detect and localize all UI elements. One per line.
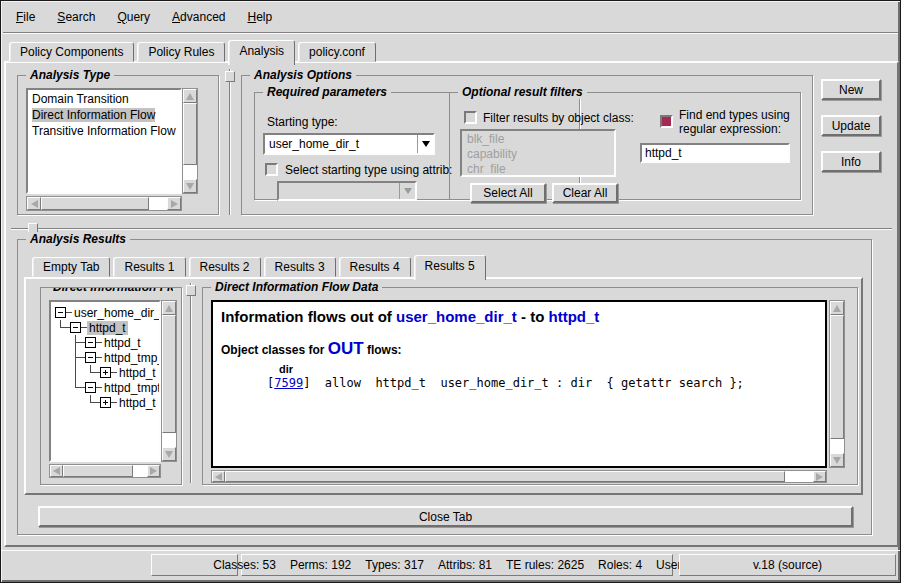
tab-policy-components[interactable]: Policy Components — [9, 42, 134, 62]
result-line-rule: [7599] allow httpd_t user_home_dir_t : d… — [267, 376, 819, 390]
flow-tree[interactable]: user_home_dir_thttpd_thttpd_thttpd_tmp_t… — [49, 300, 161, 462]
tree-row-user-home-dir-t-0[interactable]: user_home_dir_t — [55, 305, 159, 320]
tab-policy-rules[interactable]: Policy Rules — [137, 42, 225, 62]
results-tab-empty-tab[interactable]: Empty Tab — [32, 257, 110, 277]
tree-hscrollbar[interactable] — [49, 464, 161, 478]
scroll-right-icon[interactable] — [147, 465, 160, 477]
tree-guide — [70, 380, 85, 395]
tree-node-label[interactable]: httpd_t — [87, 321, 128, 335]
tree-node-label[interactable]: httpd_tmp_t — [102, 351, 161, 365]
scroll-up-icon[interactable] — [183, 89, 197, 103]
scroll-up-icon[interactable] — [162, 301, 176, 315]
tree-guide — [70, 395, 85, 410]
rule-number-link[interactable]: 7599 — [274, 376, 303, 390]
scroll-up-icon[interactable] — [830, 301, 844, 315]
tab-analysis[interactable]: Analysis — [228, 40, 295, 65]
top-vertical-sash[interactable] — [229, 69, 231, 215]
scroll-down-icon[interactable] — [183, 179, 197, 193]
attrib-checkbox[interactable] — [265, 163, 278, 176]
scrollbar-thumb[interactable] — [41, 197, 149, 210]
analysis-type-vscrollbar[interactable] — [182, 88, 198, 194]
collapse-icon[interactable] — [85, 337, 96, 348]
starting-type-label: Starting type: — [267, 115, 338, 129]
results-tab-results-4[interactable]: Results 4 — [339, 257, 411, 277]
menu-query[interactable]: Query — [106, 6, 161, 28]
analysis-type-item-domain-transition[interactable]: Domain Transition — [30, 91, 178, 107]
expand-icon[interactable] — [100, 397, 111, 408]
close-tab-button[interactable]: Close Tab — [38, 506, 853, 527]
analysis-type-listbox[interactable]: Domain TransitionDirect Information Flow… — [26, 88, 182, 194]
filter-by-class-label: Filter results by object class: — [483, 111, 634, 125]
menu-help[interactable]: Help — [236, 6, 283, 28]
new-button[interactable]: New — [821, 79, 881, 100]
analysis-type-item-direct-information-flow[interactable]: Direct Information Flow — [30, 107, 178, 123]
scrollbar-thumb[interactable] — [225, 471, 785, 482]
scroll-down-icon[interactable] — [162, 447, 176, 461]
results-vertical-sash-handle[interactable] — [186, 285, 196, 296]
data-hscrollbar[interactable] — [211, 470, 827, 483]
object-class-chr-file: chr_file — [464, 162, 612, 177]
menu-file[interactable]: File — [5, 6, 46, 28]
analysis-type-hscrollbar[interactable] — [26, 196, 182, 211]
tree-node-label[interactable]: user_home_dir_t — [72, 306, 161, 320]
results-tab-results-3[interactable]: Results 3 — [264, 257, 336, 277]
result-line-subheading: Object classes for OUT flows: — [221, 339, 819, 359]
data-vscrollbar[interactable] — [829, 300, 845, 468]
collapse-icon[interactable] — [85, 352, 96, 363]
tree-row-httpd-t-6[interactable]: httpd_t — [55, 395, 159, 410]
top-vertical-sash-handle[interactable] — [225, 71, 235, 82]
tree-guide — [85, 365, 100, 380]
analysis-results-title: Analysis Results — [26, 232, 130, 246]
menu-search[interactable]: Search — [46, 6, 106, 28]
regex-checkbox[interactable] — [660, 115, 673, 128]
scrollbar-thumb[interactable] — [63, 465, 133, 477]
collapse-icon[interactable] — [85, 382, 96, 393]
info-button[interactable]: Info — [821, 151, 881, 172]
action-button-column: NewUpdateInfo — [821, 79, 883, 187]
collapse-icon[interactable] — [55, 307, 66, 318]
tree-row-httpd-tmpfs-t-5[interactable]: httpd_tmpfs_t — [55, 380, 159, 395]
regex-input[interactable] — [640, 143, 790, 163]
scroll-left-icon[interactable] — [212, 471, 225, 482]
tree-guide — [55, 320, 70, 335]
tree-row-httpd-t-4[interactable]: httpd_t — [55, 365, 159, 380]
tree-row-httpd-tmp-t-3[interactable]: httpd_tmp_t — [55, 350, 159, 365]
expand-icon[interactable] — [100, 367, 111, 378]
tab-policy-conf[interactable]: policy.conf — [298, 42, 376, 62]
filter-by-class-checkbox[interactable] — [464, 111, 477, 124]
tree-node-label[interactable]: httpd_tmpfs_t — [102, 381, 161, 395]
results-tab-results-1[interactable]: Results 1 — [113, 257, 185, 277]
analysis-results-group: Analysis Results Empty TabResults 1Resul… — [17, 239, 872, 535]
menu-advanced[interactable]: Advanced — [161, 6, 236, 28]
scroll-right-icon[interactable] — [167, 197, 181, 210]
scroll-down-icon[interactable] — [830, 453, 844, 467]
tree-node-label[interactable]: httpd_t — [117, 366, 158, 380]
tree-node-label[interactable]: httpd_t — [102, 336, 143, 350]
scroll-left-icon[interactable] — [27, 197, 41, 210]
collapse-icon[interactable] — [70, 322, 81, 333]
tree-vscrollbar[interactable] — [161, 300, 177, 462]
starting-type-combobox[interactable]: user_home_dir_t — [263, 133, 435, 155]
attrib-combobox[interactable] — [277, 181, 417, 201]
clear-all-button[interactable]: Clear All — [552, 183, 618, 203]
scroll-right-icon[interactable] — [813, 471, 826, 482]
scrollbar-thumb[interactable] — [162, 315, 176, 433]
object-class-listbox[interactable]: blk_filecapabilitychr_file — [460, 129, 616, 177]
flow-data-textarea[interactable]: Information flows out of user_home_dir_t… — [211, 300, 827, 468]
scrollbar-thumb[interactable] — [183, 103, 197, 165]
results-horizontal-sash[interactable] — [11, 228, 892, 230]
tree-row-httpd-t-1[interactable]: httpd_t — [55, 320, 159, 335]
tree-guide — [55, 365, 70, 380]
select-all-button[interactable]: Select All — [470, 183, 546, 203]
results-tab-results-5[interactable]: Results 5 — [414, 255, 486, 280]
results-vertical-sash[interactable] — [190, 283, 192, 483]
results-tab-results-2[interactable]: Results 2 — [189, 257, 261, 277]
combobox-dropdown-icon[interactable] — [417, 135, 433, 153]
optional-filters-title: Optional result filters — [458, 85, 587, 99]
scrollbar-thumb[interactable] — [830, 315, 844, 439]
scroll-left-icon[interactable] — [50, 465, 63, 477]
tree-node-label[interactable]: httpd_t — [117, 396, 158, 410]
tree-row-httpd-t-2[interactable]: httpd_t — [55, 335, 159, 350]
analysis-type-item-transitive-information-flow[interactable]: Transitive Information Flow — [30, 123, 178, 139]
update-button[interactable]: Update — [821, 115, 881, 136]
